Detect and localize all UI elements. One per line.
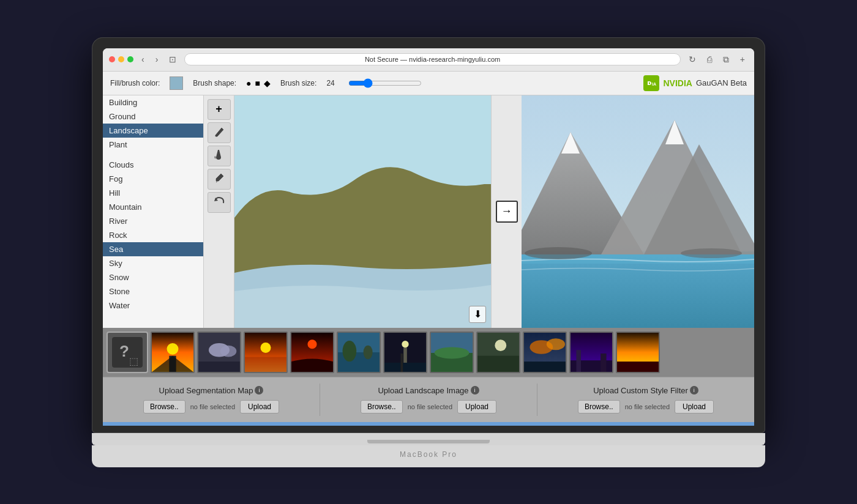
refresh-button[interactable]: ↻	[686, 53, 699, 65]
diamond-shape[interactable]: ◆	[264, 78, 271, 88]
upload-landscape-row: Browse.. no file selected Upload	[361, 400, 496, 413]
svg-text:⬚: ⬚	[129, 356, 138, 366]
close-dot[interactable]	[109, 56, 115, 62]
svg-rect-21	[245, 357, 286, 372]
upload-style-title: Upload Custom Style Filter i	[593, 386, 698, 395]
generated-image	[522, 95, 754, 328]
svg-point-27	[364, 345, 373, 359]
undo-tool-button[interactable]	[208, 192, 231, 213]
sidebar-item-sky[interactable]: Sky	[103, 256, 203, 270]
screen-bezel: ‹ › ⊡ Not Secure — nvidia-research-mingy…	[92, 37, 765, 433]
fill-brush-label: Fill/brush color:	[110, 79, 160, 87]
forward-button[interactable]: ›	[152, 53, 162, 65]
brush-tool-button[interactable]	[208, 122, 231, 143]
upload-style-button[interactable]: Upload	[675, 400, 714, 413]
svg-rect-45	[576, 350, 581, 372]
svg-rect-30	[403, 347, 407, 365]
segmentation-file-label: no file selected	[190, 403, 235, 410]
upload-landscape-button[interactable]: Upload	[457, 400, 496, 413]
sidebar-item-water[interactable]: Water	[103, 298, 203, 313]
browse-style-button[interactable]: Browse..	[578, 400, 620, 413]
address-bar[interactable]: Not Secure — nvidia-research-mingyuliu.c…	[184, 53, 680, 65]
style-thumb-11[interactable]	[616, 332, 660, 373]
style-thumb-6[interactable]	[383, 332, 427, 373]
fill-icon	[213, 149, 225, 163]
laptop: ‹ › ⊡ Not Secure — nvidia-research-mingy…	[92, 37, 765, 467]
generate-button[interactable]: →	[496, 201, 518, 223]
svg-point-29	[402, 341, 408, 347]
browse-landscape-button[interactable]: Browse..	[361, 400, 403, 413]
svg-point-41	[547, 338, 565, 350]
sidebar-item-river[interactable]: River	[103, 214, 203, 228]
nvidia-logo: IA NVIDIA GauGAN Beta	[643, 75, 747, 91]
style-thumb-3[interactable]	[244, 332, 288, 373]
circle-shape[interactable]: ●	[246, 78, 251, 88]
eyedropper-tool-button[interactable]	[208, 169, 231, 190]
drawing-canvas[interactable]: ⬇	[234, 95, 491, 328]
nvidia-text: NVIDIA	[663, 78, 692, 88]
segmentation-info-icon[interactable]: i	[255, 386, 263, 395]
style-thumb-2[interactable]	[197, 332, 241, 373]
duplicate-button[interactable]: ⧉	[720, 53, 732, 66]
style-thumb-10[interactable]	[569, 332, 613, 373]
sidebar-item-clouds[interactable]: Clouds	[103, 158, 203, 172]
maximize-dot[interactable]	[127, 56, 133, 62]
laptop-base	[92, 433, 765, 445]
landscape-info-icon[interactable]: i	[471, 386, 479, 395]
brush-size-value: 24	[326, 79, 334, 87]
fill-tool-button[interactable]	[208, 146, 231, 166]
style-thumb-8[interactable]	[476, 332, 520, 373]
landscape-file-label: no file selected	[408, 403, 452, 410]
sidebar-item-hill[interactable]: Hill	[103, 186, 203, 200]
svg-rect-46	[601, 353, 606, 371]
svg-rect-31	[384, 363, 426, 372]
app-main: Building Ground Landscape Plant Clouds F…	[103, 95, 754, 328]
style-thumb-5[interactable]	[337, 332, 381, 373]
random-style-thumb[interactable]: ? ⬚	[107, 332, 148, 373]
upload-segmentation-button[interactable]: Upload	[240, 400, 279, 413]
download-button[interactable]: ⬇	[469, 306, 486, 323]
sidebar-item-stone[interactable]: Stone	[103, 284, 203, 298]
eyedropper-icon	[213, 172, 225, 187]
tab-button[interactable]: ⊡	[166, 53, 179, 65]
sidebar-item-landscape[interactable]: Landscape	[103, 124, 203, 138]
share-button[interactable]: ⎙	[704, 53, 715, 65]
add-tool-button[interactable]: +	[208, 99, 231, 120]
sidebar-item-mountain[interactable]: Mountain	[103, 200, 203, 214]
svg-point-8	[681, 248, 742, 258]
sidebar-item-snow[interactable]: Snow	[103, 270, 203, 284]
brush-size-label: Brush size:	[280, 79, 316, 87]
canvas-svg	[234, 95, 491, 328]
svg-point-17	[220, 345, 236, 357]
square-shape[interactable]: ■	[255, 78, 260, 88]
style-thumb-1[interactable]	[151, 332, 195, 373]
new-tab-button[interactable]: +	[737, 53, 748, 65]
sidebar-item-building[interactable]: Building	[103, 95, 203, 109]
color-swatch[interactable]	[170, 76, 183, 90]
back-button[interactable]: ‹	[138, 53, 148, 65]
upload-landscape-section: Upload Landscape Image i Browse.. no fil…	[320, 384, 537, 416]
upload-segmentation-title: Upload Segmentation Map i	[159, 386, 264, 395]
brush-size-slider[interactable]	[348, 78, 422, 88]
sidebar-item-fog[interactable]: Fog	[103, 172, 203, 186]
sidebar-divider	[103, 152, 203, 158]
canvas-area: ⬇	[234, 95, 491, 328]
minimize-dot[interactable]	[118, 56, 124, 62]
brush-shape-label: Brush shape:	[193, 79, 236, 87]
undo-icon	[213, 195, 225, 210]
style-thumb-7[interactable]	[430, 332, 474, 373]
browse-segmentation-button[interactable]: Browse..	[143, 400, 185, 413]
laptop-bottom: MacBook Pro	[92, 445, 765, 467]
style-info-icon[interactable]: i	[690, 386, 698, 395]
sidebar-item-rock[interactable]: Rock	[103, 228, 203, 242]
download-icon: ⬇	[474, 308, 482, 320]
sidebar-item-plant[interactable]: Plant	[103, 138, 203, 152]
svg-rect-48	[617, 361, 659, 372]
sidebar-item-ground[interactable]: Ground	[103, 109, 203, 124]
sidebar-item-sea[interactable]: Sea	[103, 242, 203, 256]
style-thumb-4[interactable]	[290, 332, 334, 373]
upload-landscape-title: Upload Landscape Image i	[378, 386, 479, 395]
tools-panel: +	[204, 95, 234, 328]
svg-point-26	[343, 341, 357, 361]
style-thumb-9[interactable]	[523, 332, 567, 373]
